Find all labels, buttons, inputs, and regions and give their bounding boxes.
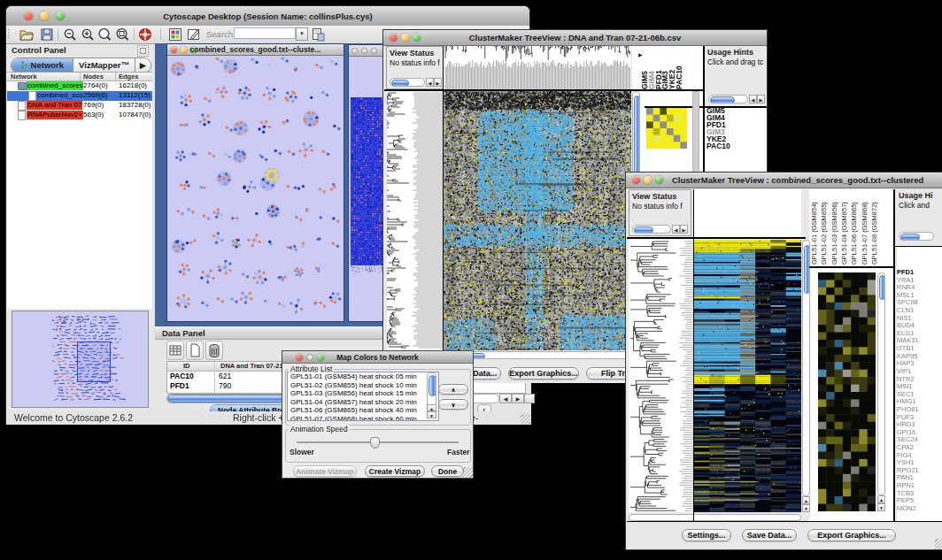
scroll-down-arrow[interactable]: ▼ [427,411,436,418]
create-vizmap-button[interactable]: Create Vizmap [365,465,425,477]
delete-attribute-icon[interactable] [205,341,223,360]
scroll-up-arrow[interactable]: ▲ [802,496,810,504]
scroll-right-arrow[interactable]: ▶ [757,95,765,104]
tv1-usage-hints-panel: Usage Hints Click and drag tc ◀ ▶ [705,46,767,106]
tv1-status-scrollbar[interactable] [390,78,425,87]
scroll-left-arrow[interactable]: ◀ [426,78,434,87]
annotation-icon[interactable] [187,27,201,42]
scroll-down-arrow[interactable]: ▼ [802,504,810,512]
tab-network[interactable]: Network [12,58,73,73]
attribute-list-item[interactable]: GPL51-07 (GSM868) heat shock 60 min [288,415,438,422]
scroll-corner [524,394,535,403]
desktop: Cytoscape Desktop (Session Name: collins… [0,0,942,560]
network-row[interactable]: combined_scores 2764(0) 16218(0) [7,81,152,91]
attribute-select-icon[interactable] [166,341,184,360]
resize-grip[interactable] [521,414,530,424]
search-input[interactable] [234,27,296,39]
search-dropdown-button[interactable]: ▼ [296,27,308,41]
move-up-button[interactable]: ∧ [438,384,468,395]
scroll-right-arrow[interactable]: ▶ [434,78,442,87]
tv1-row-labels: GIM5GIM4PFD1GIM3YKE2PAC10 [706,107,730,150]
main-window-title: Cytoscape Desktop (Session Name: collins… [6,12,529,21]
scroll-up-arrow[interactable]: ▲ [877,495,885,503]
tv2-hscrollbar[interactable] [629,514,801,521]
tv1-view-status-panel: View Status No status info f ◀ ▶ [386,46,444,89]
done-button[interactable]: Done [431,465,464,477]
tv2-column-label: GPL51-06 (GSM865) [850,202,858,265]
toolbar-separator [134,28,135,41]
move-down-button[interactable]: ∨ [438,399,468,410]
zoom-fit-icon[interactable] [97,27,112,42]
export-icon[interactable] [311,27,325,42]
usage-hints-text: Click and drag tc [707,58,763,66]
tv1-column-dendrogram[interactable] [444,46,631,89]
attribute-list-item[interactable]: GPL51-01 (GSM854) heat shock 05 min [288,372,438,381]
network-row[interactable]: RNAPuberNov2+ 563(0) 107847(0) [7,111,152,120]
zoom-selected-icon[interactable] [115,27,129,42]
animate-vizmap-button[interactable]: Animate Vizmap [293,465,357,477]
view-status-text: No status info f [390,58,440,67]
animation-slider-thumb[interactable] [370,437,380,449]
scroll-down-arrow[interactable]: ▼ [877,503,885,511]
tab-overflow-arrow[interactable]: ▶ [135,58,151,73]
tv2-column-label: GPL51-03 (GSM856) [830,202,838,265]
tv2-coltree-area [694,189,801,237]
new-attribute-icon[interactable] [186,341,204,360]
treeview1-titlebar[interactable]: ClusterMaker TreeView : DNA and Tran 07-… [383,30,767,46]
tv2-usage-scrollbar[interactable] [899,232,934,241]
scroll-left-arrow[interactable]: ◀ [749,95,757,104]
tab-vizmapper[interactable]: VizMapper™ [73,58,135,73]
open-icon[interactable] [19,27,34,42]
scroll-up-arrow[interactable]: ▲ [427,404,436,411]
attribute-list[interactable]: GPL51-01 (GSM854) heat shock 05 minGPL51… [287,372,439,421]
save-data-button[interactable]: Save Data... [742,529,797,541]
attribute-grid-icon[interactable] [168,27,182,42]
export-graphics-button[interactable]: Export Graphics... [807,529,896,541]
lifesaver-icon[interactable] [138,27,152,42]
tv2-zoom-heatmap[interactable] [818,272,876,511]
tv2-usage-hints-panel: Usage Hi Click and [896,189,942,246]
network-edges: 13112(15) [119,91,151,100]
network-frame-1[interactable]: combined_scores_good.txt--cluste... [166,43,344,322]
dialog-titlebar[interactable]: Map Colors to Network [282,351,473,364]
save-icon[interactable] [40,27,54,42]
tv2-zoom-vscrollbar[interactable] [877,272,885,495]
attribute-list-item[interactable]: GPL51-06 (GSM865) heat shock 40 min [288,406,438,415]
zoom-out-icon[interactable] [63,27,77,42]
zoom-button[interactable] [655,176,663,184]
tv2-vscrollbar[interactable] [802,240,810,496]
mini-arrow-icon[interactable]: ▶ [638,51,643,58]
tv1-row-dendrogram[interactable] [387,91,443,350]
network-row[interactable]: DNA and Tran 07 769(0) 183728(0) [7,101,152,111]
tv1-heatmap[interactable] [444,91,631,350]
status-message: Welcome to Cytoscape 2.6.2 [14,412,133,423]
resize-grip[interactable] [935,539,942,549]
minimize-button[interactable] [644,176,652,184]
tv2-status-scrollbar[interactable] [632,225,671,234]
settings-button[interactable]: Settings... [682,529,731,541]
tv2-row-dendrogram[interactable] [629,240,693,512]
resize-grip[interactable] [462,467,473,478]
overview-viewport-rect[interactable] [77,341,111,382]
tv2-heatmap[interactable] [694,240,801,512]
scroll-right-arrow[interactable]: ▶ [680,225,688,234]
attribute-list-item[interactable]: GPL51-02 (GSM855) heat shock 10 min [288,381,438,390]
attribute-list-item[interactable]: GPL51-04 (GSM857) heat shock 20 min [288,398,438,407]
scroll-right-arrow[interactable]: ▶ [512,394,524,403]
float-panel-icon[interactable] [137,45,149,57]
tv1-column-label: PAC10 [675,65,683,89]
network-row[interactable]: combined_sco 2569(6) 13112(15) [7,91,152,101]
usage-hints-text: Click and [899,201,930,210]
scroll-left-arrow[interactable]: ◀ [672,225,680,234]
close-button[interactable] [632,176,640,184]
tv1-zoom-heatmap[interactable] [646,108,687,149]
attribute-list-item[interactable]: GPL51-03 (GSM856) heat shock 15 min [288,389,438,398]
treeview2-titlebar[interactable]: ClusterMaker TreeView : combined_scores_… [626,173,942,188]
scroll-left-arrow[interactable]: ◀ [499,394,512,403]
network-list-header[interactable]: Network Nodes Edges [7,73,152,81]
main-titlebar[interactable]: Cytoscape Desktop (Session Name: collins… [6,6,529,27]
tv1-usage-scrollbar[interactable] [708,95,748,104]
zoom-in-icon[interactable] [81,27,95,42]
network-overview[interactable] [12,311,149,408]
export-graphics-button[interactable]: Export Graphics... [508,367,579,380]
